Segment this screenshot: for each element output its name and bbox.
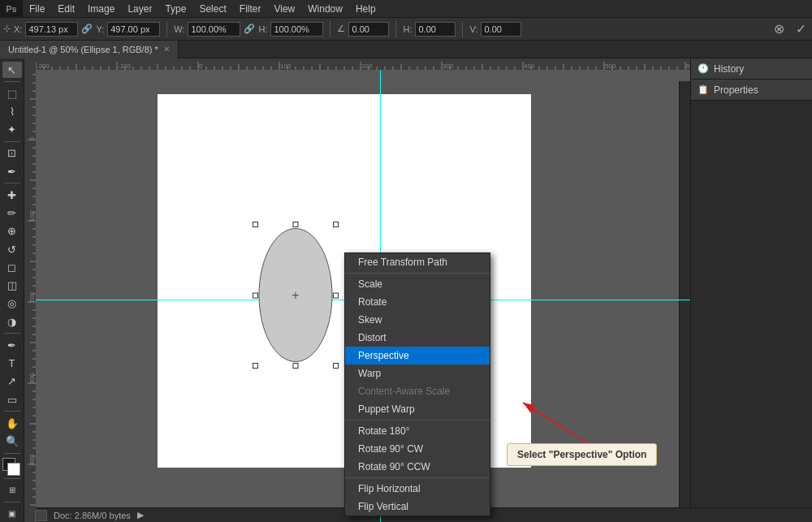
screen-mode-tool[interactable]: ▣ xyxy=(2,506,22,522)
menu-select[interactable]: Select xyxy=(192,0,232,17)
confirm-transform-icon[interactable]: ✓ xyxy=(793,21,809,37)
ellipse-shape: + xyxy=(255,224,336,366)
heal-tool[interactable]: ✚ xyxy=(2,187,22,203)
w-input[interactable] xyxy=(188,22,240,37)
dodge-tool[interactable]: ◑ xyxy=(2,313,22,330)
ctx-flip-vertical[interactable]: Flip Vertical xyxy=(345,498,490,516)
ctx-rotate-180[interactable]: Rotate 180° xyxy=(345,422,490,440)
x-input[interactable] xyxy=(25,22,78,37)
callout-box: Select "Perspective" Option xyxy=(507,443,657,466)
canvas-area: + Free Transform Path Scale Rotate Skew … xyxy=(24,58,690,522)
options-bar: ⊹ X: 🔗 Y: W: 🔗 H: ∠ H: V: ⊗ ✓ xyxy=(0,18,812,41)
ctx-free-transform[interactable]: Free Transform Path xyxy=(345,253,490,271)
transform-handle-ml[interactable] xyxy=(253,292,258,298)
magic-wand-tool[interactable]: ✦ xyxy=(2,122,22,138)
hx-input[interactable] xyxy=(415,22,456,37)
hx-label: H: xyxy=(403,24,412,34)
y-input[interactable] xyxy=(107,22,160,37)
transform-handle-bl[interactable] xyxy=(253,363,258,369)
scrollbar-vertical[interactable] xyxy=(679,81,690,511)
history-panel-title: History xyxy=(714,63,744,75)
pen-tool[interactable]: ✒ xyxy=(2,337,22,353)
eyedropper-tool[interactable]: ✒ xyxy=(2,163,22,179)
center-crosshair: + xyxy=(292,288,299,303)
crop-tool[interactable]: ⊡ xyxy=(2,145,22,162)
ctx-flip-horizontal[interactable]: Flip Horizontal xyxy=(345,480,490,498)
eraser-tool[interactable]: ◻ xyxy=(2,259,22,275)
menu-image[interactable]: Image xyxy=(81,0,121,17)
shape-tool[interactable]: ▭ xyxy=(2,391,22,408)
menu-view[interactable]: View xyxy=(267,0,301,17)
ctx-content-aware-scale: Content-Aware Scale xyxy=(345,382,490,400)
history-brush-tool[interactable]: ↺ xyxy=(2,241,22,257)
ctx-puppet-warp[interactable]: Puppet Warp xyxy=(345,400,490,418)
ctx-distort[interactable]: Distort xyxy=(345,329,490,347)
app-logo: Ps xyxy=(0,0,23,18)
properties-panel-header[interactable]: 📋 Properties xyxy=(691,80,812,101)
w-label: W: xyxy=(174,24,184,34)
ruler-corner xyxy=(24,58,36,70)
menu-layer[interactable]: Layer xyxy=(121,0,158,17)
ctx-scale[interactable]: Scale xyxy=(345,275,490,293)
next-arrow[interactable]: ▶ xyxy=(137,510,144,520)
menu-type[interactable]: Type xyxy=(158,0,192,17)
tab-title: Untitled-1 @ 50% (Ellipse 1, RGB/8) * xyxy=(8,45,158,54)
tab-close-button[interactable]: ✕ xyxy=(163,45,170,54)
transform-handle-br[interactable] xyxy=(333,363,339,369)
vy-input[interactable] xyxy=(481,22,521,37)
menu-edit[interactable]: Edit xyxy=(51,0,81,17)
zoom-tool[interactable]: 🔍 xyxy=(2,433,22,449)
transform-handle-tr[interactable] xyxy=(333,222,339,227)
menu-help[interactable]: Help xyxy=(349,0,382,17)
background-color[interactable] xyxy=(7,463,20,476)
angle-label: ∠ xyxy=(337,24,345,34)
angle-input[interactable] xyxy=(348,22,389,37)
svg-line-2 xyxy=(523,403,588,443)
lasso-tool[interactable]: ⌇ xyxy=(2,103,22,119)
ctx-separator-2 xyxy=(345,420,490,421)
ctx-skew[interactable]: Skew xyxy=(345,311,490,329)
ctx-perspective[interactable]: Perspective xyxy=(345,347,490,365)
marquee-tool[interactable]: ⬚ xyxy=(2,85,22,101)
cancel-transform-icon[interactable]: ⊗ xyxy=(771,21,787,37)
callout-text: Select "Perspective" Option xyxy=(517,449,646,460)
path-select-tool[interactable]: ↗ xyxy=(2,373,22,390)
tool-separator-2 xyxy=(4,141,20,142)
brush-tool[interactable]: ✏ xyxy=(2,205,22,221)
menu-file[interactable]: File xyxy=(23,0,51,17)
vy-label: V: xyxy=(469,24,477,34)
blur-tool[interactable]: ◎ xyxy=(2,296,22,312)
hand-tool[interactable]: ✋ xyxy=(2,415,22,431)
context-menu: Free Transform Path Scale Rotate Skew Di… xyxy=(344,252,490,516)
ctx-rotate-90-cw[interactable]: Rotate 90° CW xyxy=(345,440,490,458)
doc-info: Doc: 2.86M/0 bytes xyxy=(54,511,131,520)
h-input[interactable] xyxy=(270,22,323,37)
menu-window[interactable]: Window xyxy=(301,0,349,17)
opt-transform-group: ⊹ X: 🔗 Y: W: 🔗 H: ∠ H: V: xyxy=(3,21,521,37)
clone-tool[interactable]: ⊕ xyxy=(2,223,22,239)
ctx-separator-1 xyxy=(345,273,490,274)
ctx-separator-3 xyxy=(345,477,490,478)
move-tool[interactable]: ↖ xyxy=(2,62,22,78)
quick-mask-tool[interactable]: ⊞ xyxy=(2,481,22,498)
text-tool[interactable]: T xyxy=(2,355,22,371)
tool-separator-6 xyxy=(4,453,20,454)
ctx-warp[interactable]: Warp xyxy=(345,365,490,382)
ctx-rotate-90-ccw[interactable]: Rotate 90° CCW xyxy=(345,458,490,476)
transform-handle-bm[interactable] xyxy=(293,363,299,369)
callout-arrow xyxy=(499,386,596,451)
transform-handle-mr[interactable] xyxy=(333,292,339,298)
document-tab[interactable]: Untitled-1 @ 50% (Ellipse 1, RGB/8) * ✕ xyxy=(0,41,179,58)
tool-separator-3 xyxy=(4,183,20,183)
gradient-tool[interactable]: ◫ xyxy=(2,277,22,293)
history-panel-header[interactable]: 🕐 History xyxy=(691,58,812,80)
transform-handle-tm[interactable] xyxy=(293,222,299,227)
opt-separator-4 xyxy=(462,21,463,37)
ctx-rotate[interactable]: Rotate xyxy=(345,293,490,311)
link-icon: 🔗 xyxy=(81,24,93,34)
opt-separator-1 xyxy=(166,21,167,37)
properties-panel-title: Properties xyxy=(714,84,758,96)
tab-bar: Untitled-1 @ 50% (Ellipse 1, RGB/8) * ✕ xyxy=(0,41,812,58)
transform-handle-tl[interactable] xyxy=(253,222,258,227)
menu-filter[interactable]: Filter xyxy=(233,0,268,17)
